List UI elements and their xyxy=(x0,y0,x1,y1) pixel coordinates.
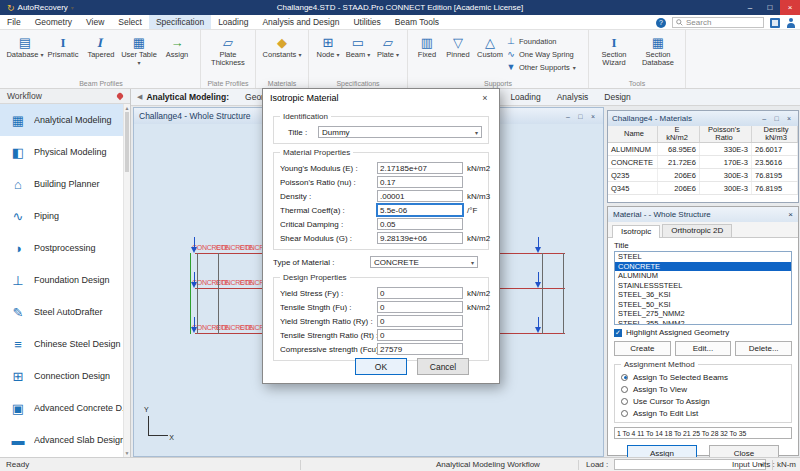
scrollbar-thumb[interactable] xyxy=(125,112,129,172)
database-button[interactable]: ▤ Database ▾ xyxy=(6,32,44,59)
autorecovery-button[interactable]: ↻ AutoRecovery ▾ xyxy=(0,0,81,15)
dialog-close-icon[interactable]: × xyxy=(478,93,492,103)
sidebar-item-advanced-slab-design[interactable]: ▬ Advanced Slab Design xyxy=(0,424,130,456)
critical-damping-input[interactable]: 0.05 xyxy=(377,218,463,230)
pin-icon[interactable] xyxy=(116,92,124,100)
sidebar-item-foundation-design[interactable]: ⊥ Foundation Design xyxy=(0,264,130,296)
sidebar-item-steel-autodrafter[interactable]: ✎ Steel AutoDrafter xyxy=(0,296,130,328)
maximize-button[interactable]: □ xyxy=(760,0,780,15)
plate-spec-button[interactable]: ▱ Plate ▾ xyxy=(373,32,403,59)
close-button[interactable]: × xyxy=(588,113,598,120)
menu-beam-tools[interactable]: Beam Tools xyxy=(388,15,446,29)
poissons-ratio-input[interactable]: 0.17 xyxy=(377,176,463,188)
menu-loading[interactable]: Loading xyxy=(211,15,255,29)
menu-view[interactable]: View xyxy=(79,15,111,29)
menu-select[interactable]: Select xyxy=(111,15,149,29)
section-wizard-button[interactable]: I Section Wizard xyxy=(593,32,635,67)
plate-thickness-button[interactable]: ▱ Plate Thickness xyxy=(205,32,251,67)
beam-spec-button[interactable]: ▭ Beam ▾ xyxy=(343,32,373,59)
minimize-button[interactable]: – xyxy=(740,0,760,15)
foundation-button[interactable]: ⊥ Foundation xyxy=(506,36,584,46)
radio-assign-to-view[interactable]: Assign To View xyxy=(621,383,785,395)
nav-left-icon[interactable]: ◀ xyxy=(133,93,146,101)
density-input[interactable]: .00001 xyxy=(377,190,463,202)
list-item[interactable]: STEEL_50_KSI xyxy=(615,300,791,310)
maximize-button[interactable]: □ xyxy=(771,115,781,122)
list-item[interactable]: STAINLESSSTEEL xyxy=(615,281,791,291)
tab-orthotropic-2d[interactable]: Orthotropic 2D xyxy=(662,224,732,237)
sidebar-item-analytical-modeling[interactable]: ▦ Analytical Modeling xyxy=(0,104,130,136)
minimize-button[interactable]: – xyxy=(759,115,769,122)
prismatic-button[interactable]: I Prismatic xyxy=(44,32,82,59)
user-account-icon[interactable] xyxy=(786,18,796,28)
edit-list-input[interactable]: 1 To 4 11 To 14 18 To 21 25 To 28 32 To … xyxy=(614,427,792,439)
close-button[interactable]: × xyxy=(780,0,800,15)
constants-button[interactable]: ◆ Constants ▾ xyxy=(260,32,304,59)
tab-analysis[interactable]: Analysis xyxy=(549,92,597,102)
close-button[interactable]: × xyxy=(784,115,794,122)
list-item-selected[interactable]: CONCRETE xyxy=(615,262,791,272)
sidebar-item-physical-modeling[interactable]: ◧ Physical Modeling xyxy=(0,136,130,168)
section-database-button[interactable]: ▦ Section Database xyxy=(635,32,681,67)
compressive-strength-input[interactable]: 27579 xyxy=(377,343,463,355)
delete-button[interactable]: Delete... xyxy=(735,341,792,356)
shear-modulus-input[interactable]: 9.28139e+06 xyxy=(377,232,463,244)
list-item[interactable]: STEEL_36_KSI xyxy=(615,290,791,300)
title-combo[interactable]: Dummy ▾ xyxy=(318,126,482,138)
custom-support-button[interactable]: △ Custom xyxy=(474,32,506,59)
ok-button[interactable]: OK xyxy=(355,358,407,375)
thermal-coeff-input[interactable]: 5.5e-06 xyxy=(377,204,463,216)
menu-file[interactable]: File xyxy=(0,15,28,29)
scroll-up-icon[interactable]: ▲ xyxy=(124,105,130,111)
sidebar-item-connection-design[interactable]: ⊞ Connection Design xyxy=(0,360,130,392)
tensile-strength-input[interactable]: 0 xyxy=(377,301,463,313)
help-icon[interactable]: ? xyxy=(656,18,666,28)
sidebar-item-piping[interactable]: ∿ Piping xyxy=(0,200,130,232)
apps-icon[interactable] xyxy=(770,18,780,28)
other-supports-button[interactable]: ▼ Other Supports ▾ xyxy=(506,62,584,72)
sidebar-item-advanced-concrete-design[interactable]: ▣ Advanced Concrete D... xyxy=(0,392,130,424)
maximize-button[interactable]: □ xyxy=(575,113,585,120)
tab-isotropic[interactable]: Isotropic xyxy=(612,225,660,238)
one-way-spring-button[interactable]: ∿ One Way Spring xyxy=(506,49,584,59)
table-row[interactable]: Q345 206E6 300E-3 76.8195 xyxy=(608,182,798,195)
yield-stress-input[interactable]: 0 xyxy=(377,287,463,299)
edit-button[interactable]: Edit... xyxy=(675,341,732,356)
minimize-button[interactable]: – xyxy=(563,113,573,120)
node-spec-button[interactable]: ⊞ Node ▾ xyxy=(313,32,343,59)
tapered-button[interactable]: I Tapered xyxy=(82,32,120,59)
yield-strength-ratio-input[interactable]: 0 xyxy=(377,315,463,327)
sidebar-item-postprocessing[interactable]: ◑ Postprocessing xyxy=(0,232,130,264)
tab-design[interactable]: Design xyxy=(596,92,638,102)
scroll-down-icon[interactable]: ▼ xyxy=(124,450,130,456)
list-item[interactable]: STEEL xyxy=(615,252,791,262)
close-button[interactable]: × xyxy=(788,210,793,219)
sidebar-scrollbar[interactable]: ▲ ▼ xyxy=(123,104,130,457)
table-row[interactable]: CONCRETE 21.72E6 170E-3 23.5616 xyxy=(608,156,798,169)
radio-assign-to-selected-beams[interactable]: Assign To Selected Beams xyxy=(621,371,785,383)
create-button[interactable]: Create xyxy=(614,341,671,356)
list-item[interactable]: STEEL_275_NMM2 xyxy=(615,309,791,319)
cancel-button[interactable]: Cancel xyxy=(417,358,469,375)
user-table-button[interactable]: ▦ User Table ▾ xyxy=(120,32,158,67)
fixed-support-button[interactable]: ▥ Fixed xyxy=(412,32,442,59)
radio-use-cursor-to-assign[interactable]: Use Cursor To Assign xyxy=(621,395,785,407)
table-row[interactable]: Q235 206E6 300E-3 76.8195 xyxy=(608,169,798,182)
youngs-modulus-input[interactable]: 2.17185e+07 xyxy=(377,162,463,174)
sidebar-item-building-planner[interactable]: ⌂ Building Planner xyxy=(0,168,130,200)
menu-analysis-and-design[interactable]: Analysis and Design xyxy=(255,15,346,29)
pinned-support-button[interactable]: ▽ Pinned xyxy=(442,32,474,59)
menu-geometry[interactable]: Geometry xyxy=(28,15,79,29)
table-row[interactable]: ALUMINUM 68.95E6 330E-3 26.6017 xyxy=(608,143,798,156)
sidebar-item-chinese-steel-design[interactable]: ≡ Chinese Steel Design xyxy=(0,328,130,360)
menu-specification[interactable]: Specification xyxy=(149,15,211,29)
list-item[interactable]: ALUMINUM xyxy=(615,271,791,281)
assign-button[interactable]: → Assign xyxy=(158,32,196,59)
tensile-strength-ratio-input[interactable]: 0 xyxy=(377,329,463,341)
highlight-assigned-geometry-checkbox[interactable]: ✓ xyxy=(614,329,622,337)
tab-loading[interactable]: Loading xyxy=(502,92,548,102)
menu-utilities[interactable]: Utilities xyxy=(346,15,387,29)
radio-assign-to-edit-list[interactable]: Assign To Edit List xyxy=(621,407,785,419)
list-item[interactable]: STEEL_355_NMM2 xyxy=(615,319,791,326)
type-of-material-combo[interactable]: CONCRETE ▾ xyxy=(370,256,478,268)
